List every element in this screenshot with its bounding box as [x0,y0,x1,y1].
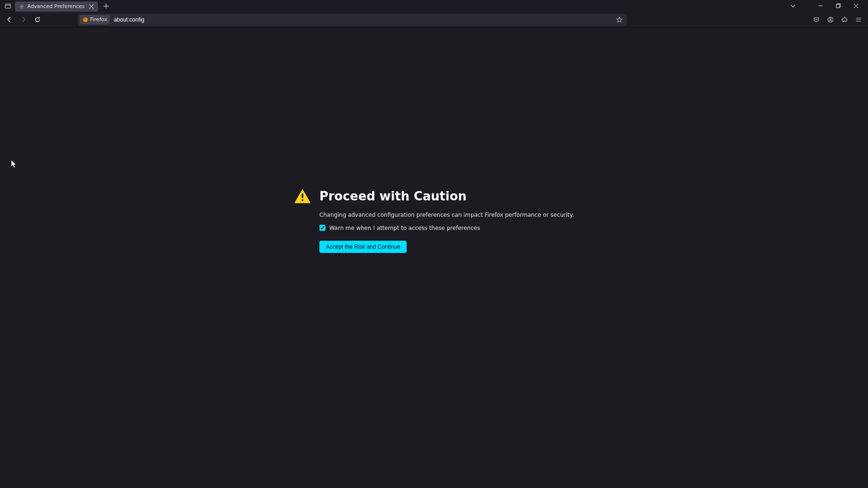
minimize-icon [818,3,823,8]
svg-rect-2 [836,5,839,8]
url-bar[interactable]: Firefox [78,14,627,26]
warning-triangle-icon [294,188,311,203]
window-close-button[interactable] [849,1,862,11]
page-content: Proceed with Caution Changing advanced c… [0,28,868,488]
titlebar: Advanced Preferences [0,0,868,12]
tab-advanced-preferences[interactable]: Advanced Preferences [15,1,98,12]
pocket-icon [813,16,820,23]
app-menu-button[interactable] [852,13,865,26]
reload-icon [34,16,41,23]
window-maximize-button[interactable] [831,1,845,11]
svg-point-7 [302,199,304,201]
window-controls [814,1,862,11]
about-config-warning: Proceed with Caution Changing advanced c… [294,188,574,253]
forward-button[interactable] [17,13,30,26]
plus-icon [103,3,109,9]
svg-rect-0 [5,4,10,8]
save-to-pocket-button[interactable] [810,13,823,26]
new-tab-button[interactable] [101,1,111,11]
reload-button[interactable] [31,13,44,26]
arrow-left-icon [6,16,13,23]
url-input[interactable] [110,16,614,23]
warn-me-checkbox-label[interactable]: Warn me when I attempt to access these p… [329,225,480,231]
nav-toolbar: Firefox [0,12,868,28]
gear-icon [19,4,24,9]
tab-close-button[interactable] [88,3,95,10]
list-all-tabs-button[interactable] [786,1,799,11]
arrow-right-icon [20,16,27,23]
recent-browsing-icon [5,3,11,9]
bookmark-star-button[interactable] [614,14,625,25]
extensions-button[interactable] [838,13,851,26]
warning-title: Proceed with Caution [320,189,574,203]
svg-rect-6 [302,193,304,198]
back-button[interactable] [3,13,16,26]
tab-title: Advanced Preferences [27,3,85,9]
svg-point-5 [830,18,831,20]
recent-browsing-button[interactable] [3,1,13,11]
account-button[interactable] [824,13,837,26]
identity-label: Firefox [90,16,107,23]
account-icon [827,16,834,23]
svg-point-1 [21,6,22,7]
warn-me-checkbox[interactable] [320,225,326,231]
star-icon [616,16,623,23]
extensions-icon [841,16,848,23]
firefox-icon [83,17,88,23]
accept-risk-button[interactable]: Accept the Risk and Continue [320,241,407,253]
maximize-icon [836,3,841,8]
warning-text-column: Proceed with Caution Changing advanced c… [320,188,574,253]
close-icon [853,3,859,8]
warning-description: Changing advanced configuration preferen… [320,212,574,218]
hamburger-icon [855,16,862,23]
chevron-down-icon [790,3,796,9]
toolbar-right [810,13,865,26]
warning-checkbox-row: Warn me when I attempt to access these p… [320,225,574,231]
identity-box[interactable]: Firefox [80,15,110,24]
window-minimize-button[interactable] [814,1,827,11]
close-icon [89,4,94,9]
